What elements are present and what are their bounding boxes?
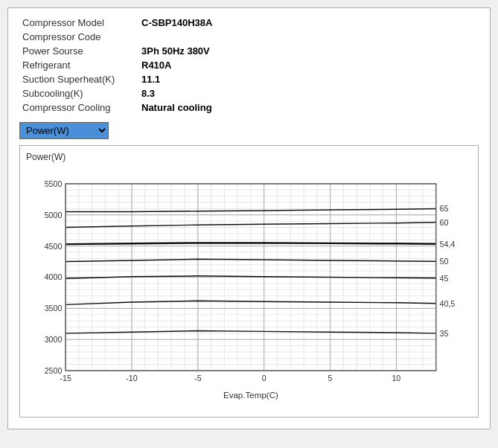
info-value: 3Ph 50Hz 380V (138, 44, 479, 58)
svg-text:-5: -5 (194, 374, 202, 383)
info-label: Compressor Code (19, 30, 138, 44)
svg-text:50: 50 (440, 257, 449, 266)
chart-outer: Power(W) 2500300035004000450050005500-15… (19, 145, 479, 417)
info-value: 11.1 (138, 72, 479, 86)
dropdown-row: Power(W)Capacity(W)EERCOP (19, 122, 479, 139)
svg-text:5000: 5000 (45, 211, 63, 220)
svg-text:60: 60 (440, 218, 449, 227)
svg-text:5: 5 (328, 374, 333, 383)
info-row: Compressor Code (19, 30, 479, 44)
chart-area: 2500300035004000450050005500-15-10-50510… (26, 165, 472, 411)
info-label: Compressor Cooling (19, 100, 138, 115)
svg-text:3000: 3000 (45, 335, 63, 344)
svg-text:40,5: 40,5 (440, 299, 456, 308)
info-row: Compressor ModelC-SBP140H38A (19, 16, 479, 30)
info-table: Compressor ModelC-SBP140H38ACompressor C… (19, 16, 479, 115)
chart-svg: 2500300035004000450050005500-15-10-50510… (26, 165, 472, 411)
svg-text:4500: 4500 (45, 242, 63, 251)
info-label: Subcooling(K) (19, 86, 138, 100)
info-value: C-SBP140H38A (138, 16, 479, 30)
info-row: Compressor CoolingNatural cooling (19, 100, 479, 115)
info-value: R410A (138, 58, 479, 72)
chart-title: Power(W) (26, 152, 472, 162)
info-label: Power Sourse (19, 44, 138, 58)
svg-text:45: 45 (440, 274, 449, 283)
svg-text:Evap.Temp(C): Evap.Temp(C) (223, 391, 278, 400)
info-label: Compressor Model (19, 16, 138, 30)
svg-text:0: 0 (262, 374, 266, 383)
info-value (138, 30, 479, 44)
svg-text:10: 10 (392, 374, 400, 383)
svg-text:65: 65 (440, 204, 449, 213)
svg-text:-10: -10 (126, 374, 137, 383)
info-label: Suction Superheat(K) (19, 72, 138, 86)
svg-text:3500: 3500 (45, 304, 63, 313)
info-label: Refrigerant (19, 58, 138, 72)
info-value: 8.3 (138, 86, 479, 100)
info-row: RefrigerantR410A (19, 58, 479, 72)
info-row: Suction Superheat(K)11.1 (19, 72, 479, 86)
chart-type-select[interactable]: Power(W)Capacity(W)EERCOP (19, 122, 109, 139)
svg-text:4000: 4000 (45, 272, 63, 281)
info-row: Power Sourse3Ph 50Hz 380V (19, 44, 479, 58)
svg-text:-15: -15 (60, 374, 71, 383)
svg-text:54,4: 54,4 (440, 240, 456, 249)
info-value: Natural cooling (138, 100, 479, 115)
svg-text:35: 35 (440, 329, 449, 338)
main-container: Compressor ModelC-SBP140H38ACompressor C… (7, 7, 491, 429)
info-row: Subcooling(K)8.3 (19, 86, 479, 100)
svg-text:5500: 5500 (45, 179, 63, 188)
